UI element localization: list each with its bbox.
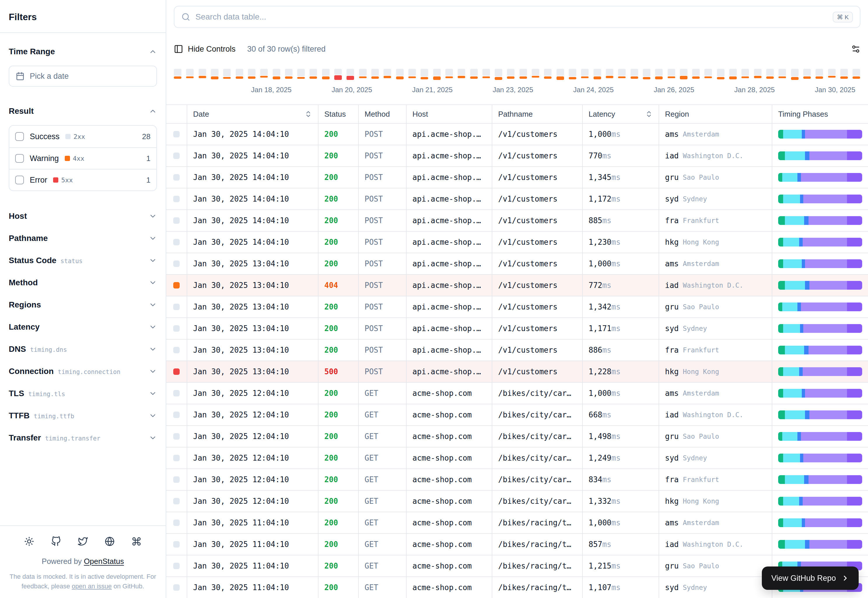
row-indicator-cell[interactable] (166, 469, 187, 490)
row-indicator-cell[interactable] (166, 361, 187, 382)
filter-section-dns[interactable]: DNStiming.dns (9, 338, 157, 360)
row-indicator-cell[interactable] (166, 167, 187, 188)
histogram-bar[interactable] (840, 69, 848, 79)
result-option-error[interactable]: Error5xx1 (9, 169, 156, 190)
row-indicator-cell[interactable] (166, 124, 187, 145)
histogram-bar[interactable] (853, 69, 860, 79)
github-icon[interactable] (51, 537, 61, 546)
histogram-bar[interactable] (285, 69, 293, 79)
sort-icon[interactable] (305, 110, 312, 118)
column-header-date[interactable]: Date (187, 105, 318, 123)
histogram-bar[interactable] (754, 69, 762, 78)
row-indicator-cell[interactable] (166, 339, 187, 360)
checkbox[interactable] (15, 154, 24, 163)
histogram-bar[interactable] (297, 69, 305, 79)
histogram-bar[interactable] (211, 69, 218, 79)
row-indicator-cell[interactable] (166, 296, 187, 317)
row-indicator-cell[interactable] (166, 210, 187, 231)
histogram-bar[interactable] (556, 69, 564, 80)
histogram-bar[interactable] (359, 69, 367, 78)
filter-section-transfer[interactable]: Transfertiming.transfer (9, 427, 157, 449)
histogram-bar[interactable] (729, 69, 737, 79)
filter-section-latency[interactable]: Latency (9, 316, 157, 338)
histogram-bar[interactable] (248, 69, 255, 79)
histogram-bar[interactable] (174, 69, 181, 79)
filter-section-regions[interactable]: Regions (9, 294, 157, 316)
table-row[interactable]: Jan 30, 2025 13:04:10404POSTapi.acme-sho… (166, 275, 868, 296)
table-row[interactable]: Jan 30, 2025 13:04:10200POSTapi.acme-sho… (166, 296, 868, 318)
filter-section-method[interactable]: Method (9, 272, 157, 294)
table-row[interactable]: Jan 30, 2025 11:04:10200GETacme-shop.com… (166, 534, 868, 555)
row-indicator-cell[interactable] (166, 555, 187, 576)
row-indicator-cell[interactable] (166, 490, 187, 512)
table-row[interactable]: Jan 30, 2025 14:04:10200POSTapi.acme-sho… (166, 210, 868, 232)
histogram-bar[interactable] (507, 69, 514, 79)
result-section-header[interactable]: Result (9, 103, 157, 119)
histogram-bar[interactable] (741, 69, 749, 78)
row-indicator-cell[interactable] (166, 383, 187, 404)
checkbox[interactable] (15, 132, 24, 141)
histogram-bar[interactable] (581, 69, 589, 78)
histogram-bar[interactable] (236, 69, 243, 79)
histogram-bar[interactable] (260, 69, 268, 78)
table-row[interactable]: Jan 30, 2025 13:04:10200POSTapi.acme-sho… (166, 318, 868, 339)
table-row[interactable]: Jan 30, 2025 14:04:10200POSTapi.acme-sho… (166, 145, 868, 167)
histogram-bar[interactable] (223, 69, 231, 79)
table-row[interactable]: Jan 30, 2025 13:04:10500POSTapi.acme-sho… (166, 361, 868, 383)
row-indicator-cell[interactable] (166, 426, 187, 447)
table-row[interactable]: Jan 30, 2025 11:04:10200GETacme-shop.com… (166, 512, 868, 534)
histogram-bar[interactable] (520, 69, 527, 79)
row-indicator-cell[interactable] (166, 577, 187, 598)
table-row[interactable]: Jan 30, 2025 12:04:10200GETacme-shop.com… (166, 469, 868, 490)
histogram-bar[interactable] (643, 69, 650, 79)
histogram-bar[interactable] (816, 69, 823, 79)
table-row[interactable]: Jan 30, 2025 12:04:10200GETacme-shop.com… (166, 426, 868, 447)
histogram-bar[interactable] (371, 69, 379, 79)
histogram-bar[interactable] (828, 69, 836, 78)
table-row[interactable]: Jan 30, 2025 12:04:10200GETacme-shop.com… (166, 490, 868, 512)
histogram-bar[interactable] (532, 69, 539, 78)
histogram-bar[interactable] (186, 69, 194, 78)
filter-section-ttfb[interactable]: TTFBtiming.ttfb (9, 405, 157, 427)
table-row[interactable]: Jan 30, 2025 14:04:10200POSTapi.acme-sho… (166, 124, 868, 145)
histogram-bar[interactable] (704, 69, 712, 78)
table-row[interactable]: Jan 30, 2025 12:04:10200GETacme-shop.com… (166, 447, 868, 469)
hide-controls-button[interactable]: Hide Controls (174, 44, 236, 54)
table-row[interactable]: Jan 30, 2025 12:04:10200GETacme-shop.com… (166, 383, 868, 404)
table-row[interactable]: Jan 30, 2025 14:04:10200POSTapi.acme-sho… (166, 232, 868, 253)
histogram-bar[interactable] (309, 69, 317, 79)
histogram-bar[interactable] (618, 69, 626, 78)
openstatus-link[interactable]: OpenStatus (84, 557, 124, 566)
row-indicator-cell[interactable] (166, 534, 187, 555)
histogram-bar[interactable] (433, 69, 441, 80)
table-row[interactable]: Jan 30, 2025 13:04:10200POSTapi.acme-sho… (166, 339, 868, 361)
row-indicator-cell[interactable] (166, 318, 187, 339)
table-row[interactable]: Jan 30, 2025 14:04:10200POSTapi.acme-sho… (166, 167, 868, 188)
result-option-success[interactable]: Success2xx28 (9, 126, 156, 147)
table-row[interactable]: Jan 30, 2025 14:04:10200POSTapi.acme-sho… (166, 188, 868, 210)
histogram-bar[interactable] (791, 69, 799, 80)
histogram-bar[interactable] (408, 69, 416, 78)
histogram-bar[interactable] (630, 69, 638, 79)
histogram-bar[interactable] (334, 69, 342, 80)
filter-section-host[interactable]: Host (9, 205, 157, 227)
search-bar[interactable]: ⌘ K (174, 6, 861, 28)
result-option-warning[interactable]: Warning4xx1 (9, 147, 156, 169)
histogram-bar[interactable] (396, 69, 404, 79)
histogram-bar[interactable] (458, 69, 465, 78)
histogram-bar[interactable] (495, 69, 502, 80)
row-indicator-cell[interactable] (166, 447, 187, 468)
histogram-bar[interactable] (421, 69, 428, 79)
histogram-bar[interactable] (692, 69, 700, 79)
view-options-button[interactable] (851, 44, 861, 54)
histogram-bar[interactable] (593, 69, 601, 79)
time-range-section-header[interactable]: Time Range (9, 43, 157, 60)
theme-toggle-sun-icon[interactable] (24, 537, 34, 546)
checkbox[interactable] (15, 176, 24, 184)
histogram-bar[interactable] (680, 69, 687, 79)
histogram-bar[interactable] (544, 69, 551, 79)
table-row[interactable]: Jan 30, 2025 13:04:10200POSTapi.acme-sho… (166, 253, 868, 275)
histogram-bar[interactable] (199, 69, 206, 78)
histogram-bar[interactable] (778, 69, 786, 78)
row-indicator-cell[interactable] (166, 404, 187, 425)
